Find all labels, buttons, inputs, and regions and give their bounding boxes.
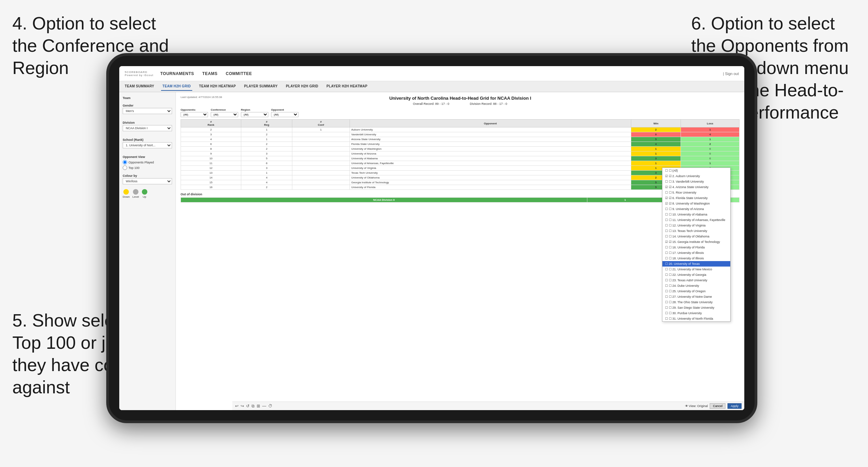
grid-title: University of North Carolina Head-to-Hea… <box>222 96 698 101</box>
subnav-player-h2h-heatmap[interactable]: PLAYER H2H HEATMAP <box>325 82 369 91</box>
dropdown-item[interactable]: ☐ 29. San Diego State University <box>662 305 730 310</box>
subnav-player-h2h-grid[interactable]: PLAYER H2H GRID <box>284 82 320 91</box>
table-row: 14 4 University of Oklahoma 2 2 <box>181 175 739 180</box>
td-conf: 1 <box>292 127 350 132</box>
table-row: 9 3 University of Arizona 1 0 <box>181 151 739 156</box>
dropdown-item[interactable]: ☐ 14. University of Oklahoma <box>662 234 730 239</box>
sidebar-colour-section: Colour by Win/loss Down Level <box>123 174 172 198</box>
opponent-filter-row: (All) <box>271 112 298 117</box>
filter-opponents: Opponents: (All) <box>181 108 208 117</box>
sign-out[interactable]: | Sign out <box>723 72 739 76</box>
nav-teams[interactable]: TEAMS <box>202 70 218 77</box>
td-opponent: University of Florida <box>350 185 631 190</box>
dropdown-item[interactable]: ☐ 21. University of New Mexico <box>662 267 730 272</box>
dropdown-item[interactable]: ☐ 16. University of Florida <box>662 245 730 250</box>
colour-label: Colour by <box>123 174 172 177</box>
td-opponent: Auburn University <box>350 127 631 132</box>
subnav-player-summary[interactable]: PLAYER SUMMARY <box>243 82 279 91</box>
division-select[interactable]: NCAA Division I <box>123 125 172 131</box>
cancel-button[interactable]: Cancel <box>710 403 725 409</box>
app-logo: 5COREBOARD Powered by iScout <box>125 71 154 77</box>
dash-icon[interactable]: — <box>262 404 266 408</box>
sidebar-division-section: Division NCAA Division I <box>123 121 172 134</box>
opponent-filter-label: Opponent <box>271 108 298 111</box>
sidebar-opponent-view-section: Opponent View Opponents Played Top 100 <box>123 155 172 170</box>
dropdown-item[interactable]: ☐ 11. University of Arkansas, Fayettevil… <box>662 217 730 223</box>
dropdown-item[interactable]: ☑ 6. Florida State University <box>662 195 730 201</box>
td-win: 1 <box>631 161 681 166</box>
grid-icon[interactable]: ⊞ <box>257 404 260 408</box>
td-conf <box>292 151 350 156</box>
dropdown-item[interactable]: ☐ 22. University of Georgia <box>662 272 730 278</box>
dropdown-item[interactable]: ☐ 5. Rice University <box>662 190 730 195</box>
school-select[interactable]: 1. University of Nort... <box>123 142 172 148</box>
subnav-team-h2h-heatmap[interactable]: TEAM H2H HEATMAP <box>198 82 237 91</box>
dropdown-item[interactable]: ☐ 28. The Ohio State University <box>662 299 730 305</box>
subnav-team-h2h-grid[interactable]: TEAM H2H GRID <box>161 82 192 91</box>
td-conf <box>292 156 350 161</box>
apply-button[interactable]: Apply <box>728 403 742 409</box>
td-conf <box>292 180 350 185</box>
grid-area: Last Updated: 4/??/2024 16:55:38 Univers… <box>176 92 744 410</box>
undo-icon[interactable]: ↩ <box>235 404 239 408</box>
gender-select[interactable]: Men's <box>123 108 172 114</box>
filter-opponent: Opponent (All) <box>271 108 298 117</box>
radio-opponents-played[interactable]: Opponents Played <box>123 160 172 164</box>
th-win: Win <box>631 120 681 127</box>
dropdown-item[interactable]: ☑ 4. Arizona State University <box>662 184 730 190</box>
dropdown-item[interactable]: ☐ 30. Purdue University <box>662 310 730 316</box>
filters-row: Opponents: (All) Conference (All) <box>181 108 739 117</box>
dropdown-item[interactable]: ☐ 9. University of Arizona <box>662 206 730 212</box>
td-loss: 1 <box>681 127 739 132</box>
opponent-dropdown[interactable]: ☐ (All)☑ 2. Auburn University☐ 3. Vander… <box>662 168 731 322</box>
dropdown-item[interactable]: ☑ 2. Auburn University <box>662 173 730 179</box>
opponent-select[interactable]: (All) <box>271 112 298 117</box>
opponents-select[interactable]: (All) <box>181 112 208 117</box>
redo-icon[interactable]: ↪ <box>241 404 244 408</box>
td-loss: 4 <box>681 132 739 137</box>
region-label: Region <box>241 108 268 111</box>
nav-tournaments[interactable]: TOURNAMENTS <box>160 70 194 77</box>
colour-select[interactable]: Win/loss <box>123 178 172 184</box>
td-reg: 1 <box>241 137 292 142</box>
td-opponent: University of Oklahoma <box>350 175 631 180</box>
dropdown-item[interactable]: ☑ 15. Georgia Institute of Technology <box>662 239 730 245</box>
td-rank: 6 <box>181 142 241 147</box>
legend-level-label: Level <box>132 195 139 198</box>
dropdown-item[interactable]: ☐ 12. University of Virginia <box>662 223 730 228</box>
dropdown-item[interactable]: ☐ 3. Vanderbilt University <box>662 179 730 184</box>
dropdown-item[interactable]: ☐ 27. University of Notre Dame <box>662 294 730 299</box>
td-opponent: University of Alabama <box>350 156 631 161</box>
dropdown-item[interactable]: ☐ 25. University of Oregon <box>662 288 730 294</box>
dropdown-item[interactable]: ☐ 18. University of Illinois <box>662 256 730 261</box>
reset-icon[interactable]: ↺ <box>246 404 249 408</box>
dropdown-item[interactable]: ☐ 31. University of North Florida <box>662 316 730 321</box>
clock-icon[interactable]: ⏱ <box>268 404 272 408</box>
last-updated: Last Updated: 4/??/2024 16:55:38 <box>181 96 222 99</box>
subnav-team-summary[interactable]: TEAM SUMMARY <box>123 82 156 91</box>
td-opponent: University of Arkansas, Fayetteville <box>350 161 631 166</box>
dropdown-item[interactable]: ☐ 10. University of Alabama <box>662 212 730 217</box>
dropdown-item[interactable]: 20. University of Texas <box>662 261 730 267</box>
td-opponent: University of Washington <box>350 147 631 151</box>
main-content: Team Gender Men's Division NCAA Division… <box>119 92 744 410</box>
dropdown-item[interactable]: ☐ (All) <box>662 168 730 173</box>
td-win: 1 <box>631 147 681 151</box>
td-loss: 1 <box>681 161 739 166</box>
radio-top100[interactable]: Top 100 <box>123 165 172 170</box>
td-reg: 3 <box>241 166 292 171</box>
table-row: 12 3 University of Virginia 1 0 <box>181 166 739 171</box>
region-select[interactable]: (All) <box>241 112 268 117</box>
td-opponent: Vanderbilt University <box>350 132 631 137</box>
conference-select[interactable]: (All) <box>211 112 238 117</box>
dropdown-item[interactable]: ☐ 17. University of Illinois <box>662 250 730 256</box>
sidebar-gender-section: Gender Men's <box>123 104 172 117</box>
td-opponent: Georgia Institute of Technology <box>350 180 631 185</box>
nav-committee[interactable]: COMMITTEE <box>226 70 252 77</box>
dropdown-item[interactable]: ☐ 13. Texas Tech University <box>662 228 730 234</box>
dropdown-item[interactable]: ☐ 24. Duke University <box>662 283 730 288</box>
td-win: 1 <box>631 151 681 156</box>
copy-icon[interactable]: ⧉ <box>252 404 255 408</box>
dropdown-item[interactable]: ☐ 23. Texas A&M University <box>662 278 730 283</box>
dropdown-item[interactable]: ☑ 8. University of Washington <box>662 201 730 206</box>
